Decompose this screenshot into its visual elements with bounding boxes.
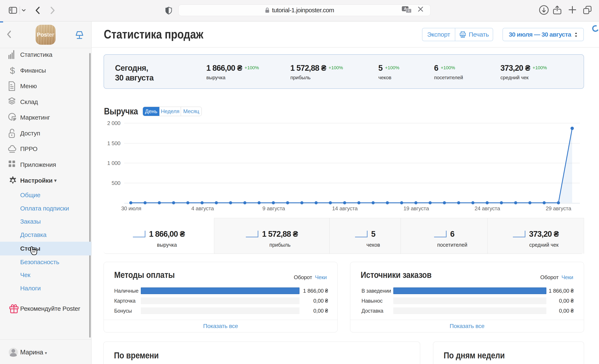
svg-text:2 000: 2 000 [107, 120, 120, 126]
svg-text:文: 文 [407, 9, 410, 12]
svg-text:9 августа: 9 августа [263, 205, 285, 212]
svg-text:19 августа: 19 августа [404, 205, 429, 212]
svg-text:14 августа: 14 августа [332, 205, 358, 212]
svg-text:1 500: 1 500 [107, 140, 120, 146]
svg-text:30 июля: 30 июля [121, 205, 141, 212]
svg-text:500: 500 [112, 180, 120, 186]
svg-text:1 000: 1 000 [107, 160, 120, 166]
svg-text:29 августа: 29 августа [546, 205, 572, 212]
svg-text:4 августа: 4 августа [191, 205, 214, 212]
svg-text:$: $ [10, 66, 15, 75]
svg-text:24 августа: 24 августа [475, 205, 500, 212]
